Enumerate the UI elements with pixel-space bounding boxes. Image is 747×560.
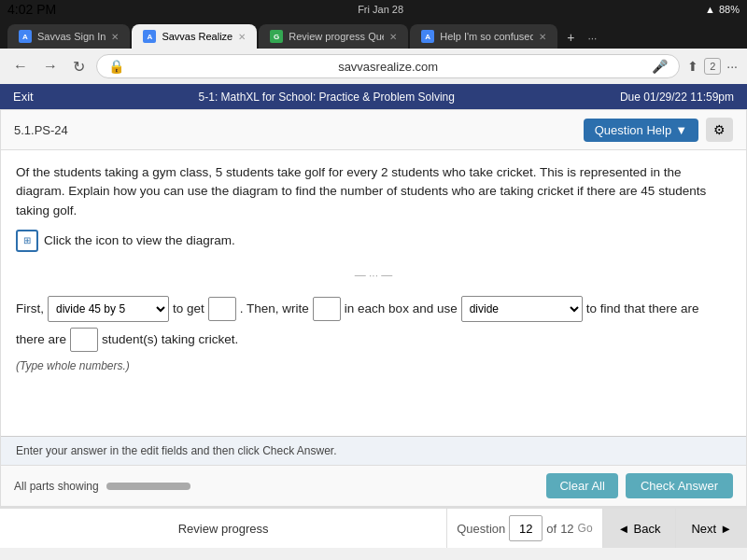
battery-icon: 88% <box>719 4 740 15</box>
tab-label-3: Review progress Questi... <box>289 31 384 42</box>
question-help-button[interactable]: Question Help ▼ <box>584 119 698 142</box>
question-nav: Question of 12 Go <box>447 509 602 548</box>
label-there-are: there are <box>16 326 66 354</box>
tab-favicon-4: A <box>421 30 434 43</box>
dropdown-icon: ▼ <box>675 123 687 137</box>
diagram-icon: ⊞ <box>16 230 38 252</box>
answer-input-1[interactable] <box>208 297 236 321</box>
next-button[interactable]: Next ► <box>676 509 747 548</box>
total-questions: 12 <box>560 522 573 536</box>
label-students: student(s) taking cricket. <box>102 326 238 354</box>
answer-input-3[interactable] <box>70 328 98 352</box>
label-first: First, <box>16 295 44 323</box>
fill-in-area: First, divide 45 by 5 multiply 45 by 5 a… <box>1 286 746 357</box>
bottom-nav: Review progress Question of 12 Go ◄ Back… <box>0 507 747 548</box>
review-progress-button[interactable]: Review progress <box>0 509 447 548</box>
label-then-write: . Then, write <box>240 295 309 323</box>
tab-add-button[interactable]: + <box>559 26 582 49</box>
label-in-each-box: in each box and use <box>345 295 458 323</box>
mic-icon: 🎤 <box>652 59 668 74</box>
tab-bar: A Savvas Sign In ✕ A Savvas Realize ✕ G … <box>0 19 747 49</box>
tab-help[interactable]: A Help I'm so confused on... ✕ <box>410 24 557 49</box>
divider-dots: — ··· — <box>355 269 393 282</box>
tab-favicon-3: G <box>270 30 283 43</box>
hint-text: (Type whole numbers.) <box>1 357 746 380</box>
refresh-button[interactable]: ↻ <box>69 56 89 77</box>
url-display: savvasrealize.com <box>130 60 646 74</box>
back-button[interactable]: ◄ Back <box>603 509 677 548</box>
due-date: Due 01/29/22 11:59pm <box>620 91 734 104</box>
forward-nav-button[interactable]: → <box>39 56 62 77</box>
check-answer-button[interactable]: Check Answer <box>626 473 733 498</box>
tab-close-4[interactable]: ✕ <box>539 32 546 42</box>
address-bar-row: ← → ↻ 🔒 savvasrealize.com 🎤 ⬆ 2 ··· <box>0 49 747 84</box>
address-bar-actions: ⬆ 2 ··· <box>687 58 738 75</box>
next-arrow-icon: ► <box>720 522 732 536</box>
address-bar[interactable]: 🔒 savvasrealize.com 🎤 <box>96 54 680 78</box>
divider: — ··· — <box>1 265 746 286</box>
question-header: 5.1.PS-24 Question Help ▼ ⚙ <box>1 110 746 150</box>
question-help-area: Question Help ▼ ⚙ <box>584 118 733 142</box>
diagram-icon-box[interactable]: ⊞ Click the icon to view the diagram. <box>16 230 235 252</box>
tab-label-4: Help I'm so confused on... <box>440 31 533 42</box>
next-label: Next <box>691 522 716 536</box>
progress-bar <box>106 483 190 490</box>
lock-icon: 🔒 <box>108 59 124 74</box>
tab-favicon-1: A <box>19 30 32 43</box>
clear-all-button[interactable]: Clear All <box>546 473 617 498</box>
more-button[interactable]: ··· <box>726 59 738 74</box>
all-parts-label: All parts showing <box>14 480 99 493</box>
all-parts-section: All parts showing <box>14 480 190 493</box>
main-content: 5.1.PS-24 Question Help ▼ ⚙ Of the stude… <box>0 109 747 507</box>
settings-button[interactable]: ⚙ <box>706 118 733 142</box>
problem-statement: Of the students taking a gym class, 5 st… <box>16 163 731 220</box>
question-number-input[interactable] <box>509 515 543 541</box>
tabs-button[interactable]: 2 <box>704 58 721 75</box>
tab-savvas-sign-in[interactable]: A Savvas Sign In ✕ <box>7 24 130 49</box>
tab-label-1: Savvas Sign In <box>37 31 106 42</box>
breadcrumb: 5-1: MathXL for School: Practice & Probl… <box>199 91 455 104</box>
tab-menu-icon: ··· <box>584 28 600 49</box>
spacer <box>1 380 746 436</box>
tab-close-3[interactable]: ✕ <box>389 32 397 42</box>
exit-button[interactable]: Exit <box>13 90 34 104</box>
diagram-label: Click the icon to view the diagram. <box>44 231 235 250</box>
of-label: of <box>546 522 557 536</box>
tab-close-1[interactable]: ✕ <box>111 32 119 42</box>
tab-close-2[interactable]: ✕ <box>238 32 246 42</box>
share-button[interactable]: ⬆ <box>687 59 698 74</box>
question-id: 5.1.PS-24 <box>14 123 68 137</box>
back-nav-button[interactable]: ← <box>9 56 32 77</box>
go-button[interactable]: Go <box>578 522 593 535</box>
back-label: Back <box>633 522 660 536</box>
first-dropdown[interactable]: divide 45 by 5 multiply 45 by 5 add 45 a… <box>48 296 169 322</box>
answer-input-2[interactable] <box>313 297 341 321</box>
browser-icons: ▲ 88% <box>705 4 740 15</box>
footer-buttons: Clear All Check Answer <box>546 473 733 498</box>
wifi-icon: ▲ <box>705 4 715 15</box>
footer-hint: Enter your answer in the edit fields and… <box>1 436 746 465</box>
tab-review-progress[interactable]: G Review progress Questi... ✕ <box>259 24 408 49</box>
app-bar: Exit 5-1: MathXL for School: Practice & … <box>0 84 747 109</box>
question-nav-label: Question <box>457 522 505 536</box>
question-help-label: Question Help <box>595 123 671 137</box>
tab-label-2: Savvas Realize <box>162 31 233 42</box>
problem-text: Of the students taking a gym class, 5 st… <box>1 150 746 265</box>
second-dropdown[interactable]: divide multiply add subtract <box>461 296 583 322</box>
browser-time: 4:02 PM <box>7 2 56 17</box>
label-to-find: to find that there are <box>586 295 699 323</box>
label-to-get: to get <box>173 295 204 323</box>
footer-actions: All parts showing Clear All Check Answer <box>1 465 746 506</box>
browser-date: Fri Jan 28 <box>358 4 403 15</box>
back-arrow-icon: ◄ <box>618 522 630 536</box>
browser-status-bar: 4:02 PM Fri Jan 28 ▲ 88% <box>0 0 747 19</box>
tab-savvas-realize[interactable]: A Savvas Realize ✕ <box>132 24 257 49</box>
tab-favicon-2: A <box>143 30 156 43</box>
